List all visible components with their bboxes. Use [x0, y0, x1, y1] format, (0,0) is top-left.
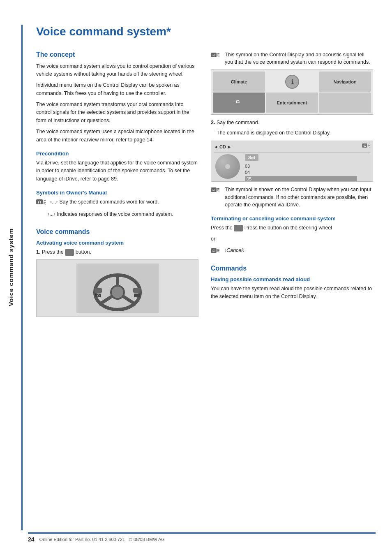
svg-line-20 [217, 56, 219, 56]
concept-heading: The concept [36, 51, 198, 58]
cdp-track-03: 03 [245, 164, 357, 169]
terminating-or: or [211, 235, 373, 243]
concept-para-3: The voice command system transforms your… [36, 101, 198, 125]
having-read-text: You can have the system read aloud the p… [211, 285, 373, 301]
concept-section: The concept The voice command system all… [36, 51, 198, 144]
cd-player-display: ◄ CD ► ☊ [211, 141, 373, 182]
steering-wheel-diagram: ☊ [36, 259, 198, 317]
cdp-disc-hole [225, 164, 230, 169]
step-2-text: Say the command. [217, 120, 259, 125]
cdp-track-04: 04 [245, 170, 357, 175]
two-column-layout: The concept The voice command system all… [36, 51, 373, 321]
right-column: ☊ This symbol on the Control Display and… [211, 51, 373, 321]
terminating-heading: Terminating or canceling voice command s… [211, 215, 373, 222]
cdp-inner: ◄ CD ► ☊ [211, 141, 373, 181]
symbol-row-1: ☊ ›...‹ Say the specified commands word … [36, 198, 198, 208]
svg-text:☊: ☊ [212, 249, 215, 253]
svg-text:☊: ☊ [38, 200, 41, 204]
step-2-num: 2. [211, 120, 215, 125]
svg-rect-14 [133, 288, 141, 293]
cd-cell-navigation: Navigation [319, 72, 371, 92]
cd-cell-empty [319, 92, 371, 113]
cd-cell-center: ℹ [266, 72, 318, 92]
cd-grid: Climate ℹ Navigation ☊ [211, 70, 373, 114]
having-read-heading: Having possible commands read aloud [211, 276, 373, 282]
cdp-set: Set [245, 154, 258, 161]
step-1-text: Press the button. [42, 249, 91, 255]
page-footer: 24 Online Edition for Part no. 01 41 2 6… [28, 532, 376, 543]
symbol-intro-row: ☊ This symbol on the Control Display and… [211, 51, 373, 67]
svg-line-27 [242, 103, 244, 104]
svg-rect-15 [134, 294, 140, 297]
cdp-tracks: Set 03 04 05 06 [242, 153, 357, 182]
control-display-image: Climate ℹ Navigation ☊ [211, 69, 373, 115]
svg-line-42 [217, 252, 219, 252]
svg-line-37 [217, 191, 219, 191]
svg-line-30 [368, 144, 370, 144]
sidebar-line [21, 25, 23, 530]
symbol-intro-text: This symbol on the Control Display and a… [225, 51, 373, 67]
cd-cell-entertainment: Entertainment [266, 92, 318, 113]
cdp-body: Set 03 04 05 06 00:00 [214, 153, 370, 182]
cd-cell-voice: ☊ [213, 92, 265, 113]
activating-section: Activating voice command system 1. Press… [36, 240, 198, 317]
voice-commands-heading: Voice commands [36, 228, 198, 236]
step-2-sub: The command is displayed on the Control … [217, 129, 373, 137]
cdp-title: ◄ CD ► [214, 144, 232, 149]
symbol2-text: This symbol is shown on the Control Disp… [225, 186, 373, 209]
page-number: 24 [28, 536, 35, 543]
symbol2-row: ☊ This symbol is shown on the Control Di… [211, 186, 373, 209]
cancel-icon: ☊ [211, 247, 222, 257]
step-1-num: 1. [36, 249, 40, 255]
terminating-cancel-row: ☊ ›Cancel‹ [211, 247, 373, 257]
concept-para-1: The voice command system allows you to c… [36, 62, 198, 79]
symbol-text-1: ›...‹ Say the specified commands word fo… [50, 198, 159, 206]
svg-rect-11 [95, 288, 102, 293]
copyright-text: Online Edition for Part no. 01 41 2 600 … [39, 537, 165, 542]
svg-line-35 [217, 188, 219, 189]
svg-text:☊: ☊ [364, 144, 367, 147]
concept-para-2: Individual menu items on the Control Dis… [36, 81, 198, 97]
activating-heading: Activating voice command system [36, 240, 198, 246]
svg-line-25 [242, 99, 244, 100]
svg-line-4 [44, 204, 46, 204]
svg-text:☊: ☊ [212, 53, 215, 57]
svg-text:☊: ☊ [212, 188, 215, 192]
step-2: 2. Say the command. [211, 119, 373, 127]
voice-symbol-icon-right: ☊ [211, 51, 222, 61]
page-title: Voice command system* [36, 25, 373, 39]
symbol-text-2: ›...‹ Indicates responses of the voice c… [48, 210, 173, 218]
symbol-row-2: ›...‹ Indicates responses of the voice c… [48, 210, 198, 218]
svg-line-18 [217, 53, 219, 54]
commands-section: Commands Having possible commands read a… [211, 265, 373, 301]
left-column: The concept The voice command system all… [36, 51, 198, 321]
svg-line-32 [368, 147, 370, 147]
step-1: 1. Press the button. [36, 248, 198, 256]
svg-text:☊: ☊ [235, 99, 239, 104]
concept-para-4: The voice command system uses a special … [36, 128, 198, 144]
cdp-top-icon: ☊ [362, 143, 370, 151]
voice-symbol-icon-2: ☊ [211, 186, 222, 196]
cancel-text: ›Cancel‹ [225, 247, 244, 254]
cdp-track-05: 05 [245, 176, 357, 182]
terminating-text: Press the Press the button on the steeri… [211, 224, 373, 232]
precondition-text: Via iDrive, set the language that applie… [36, 159, 198, 183]
voice-btn-icon-left [65, 249, 74, 256]
svg-line-40 [217, 249, 219, 250]
precondition-section: Precondition Via iDrive, set the languag… [36, 150, 198, 183]
terminating-section: Terminating or canceling voice command s… [211, 215, 373, 257]
precondition-heading: Precondition [36, 150, 198, 157]
svg-line-2 [44, 200, 46, 201]
sidebar: Voice command system [0, 0, 21, 534]
cd-cell-climate: Climate [213, 72, 265, 92]
voice-symbol-icon-1: ☊ [36, 198, 48, 208]
svg-point-7 [111, 286, 124, 299]
svg-text:☊: ☊ [97, 294, 99, 297]
commands-heading: Commands [211, 265, 373, 272]
main-content: Voice command system* The concept The vo… [28, 0, 390, 346]
symbols-heading: Symbols in Owner's Manual [36, 190, 198, 196]
cdp-disc [215, 154, 240, 179]
symbols-section: Symbols in Owner's Manual ☊ ›...‹ Say th… [36, 190, 198, 218]
sidebar-label: Voice command system [7, 228, 14, 306]
cdp-header: ◄ CD ► ☊ [214, 143, 370, 153]
